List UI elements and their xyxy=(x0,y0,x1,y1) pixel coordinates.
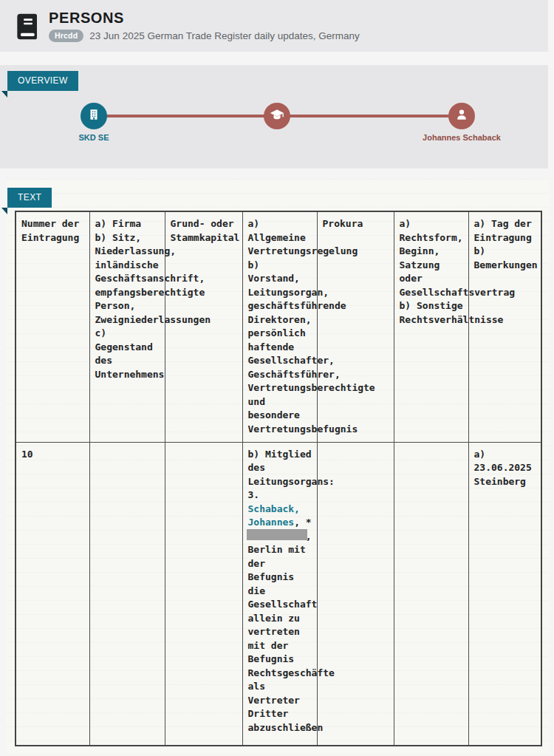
cell-vertretung: b) Mitglied des Leitungsorgans: 3. Schab… xyxy=(242,442,317,746)
graph-node-relationship[interactable] xyxy=(264,103,290,129)
book-icon xyxy=(16,12,40,44)
col-header-vertretung: a) Allgemeine Vertretungsregelung b) Vor… xyxy=(242,211,317,442)
source-badge: Hrcdd xyxy=(49,30,83,42)
col-header-eintragung-tag: a) Tag der Eintragung b) Bemerkungen xyxy=(468,211,541,442)
col-header-kapital: Grund- oder Stammkapital xyxy=(165,211,242,442)
col-header-rechtsform: a) Rechtsform, Beginn, Satzung oder Gese… xyxy=(394,211,468,442)
header-band: PERSONS Hrcdd 23 Jun 2025 German Trade R… xyxy=(0,0,548,52)
graph-node-company[interactable] xyxy=(81,103,107,129)
page-subtitle: 23 Jun 2025 German Trade Register daily … xyxy=(89,30,359,41)
overview-tab-fold xyxy=(1,91,7,98)
cell-entry-number: 10 xyxy=(16,442,89,746)
tab-text[interactable]: TEXT xyxy=(7,188,52,208)
col-header-firma: a) Firma b) Sitz, Niederlassung, inländi… xyxy=(89,211,165,442)
graph-node-person[interactable] xyxy=(448,103,475,129)
graduation-cap-icon xyxy=(270,107,284,125)
redacted-birthdate: .......... xyxy=(248,530,306,544)
table-row: 10 b) Mitglied des Leitungsorgans: 3. Sc… xyxy=(16,442,541,746)
cell-prokura xyxy=(317,442,394,746)
graph-node-label-company[interactable]: SKD SE xyxy=(35,133,153,142)
graph-node-label-person[interactable]: Johannes Schaback xyxy=(403,133,521,142)
person-entity-link[interactable]: Schaback, Johannes xyxy=(248,503,300,528)
cell-firma xyxy=(89,442,165,746)
representation-text-after-link: , * xyxy=(294,517,311,528)
table-header-row: Nummer der Eintragung a) Firma b) Sitz, … xyxy=(16,211,541,442)
cell-rechtsform xyxy=(394,442,468,746)
person-icon xyxy=(455,108,468,124)
cell-kapital xyxy=(165,442,242,746)
page-title: PERSONS xyxy=(49,10,124,27)
tab-overview[interactable]: OVERVIEW xyxy=(7,71,78,91)
col-header-entry-number: Nummer der Eintragung xyxy=(16,211,89,442)
cell-entry-date: a) 23.06.2025 Steinberg xyxy=(468,442,541,746)
building-icon xyxy=(87,108,100,124)
text-tab-fold xyxy=(1,208,7,214)
register-table: Nummer der Eintragung a) Firma b) Sitz, … xyxy=(15,211,542,746)
